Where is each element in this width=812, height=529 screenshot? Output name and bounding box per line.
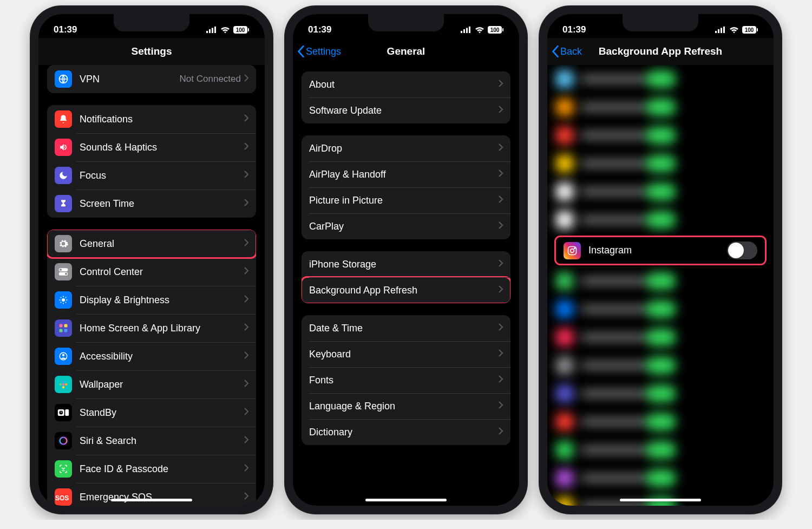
settings-row[interactable]: Control Center — [47, 258, 256, 286]
app-row-instagram[interactable]: Instagram — [556, 237, 765, 264]
nav-bar: Settings — [38, 38, 265, 65]
settings-row[interactable]: Date & Time — [302, 315, 510, 341]
settings-row[interactable]: Picture in Picture — [302, 187, 510, 213]
settings-row[interactable]: Software Update — [302, 97, 510, 123]
blurred-app-row — [556, 93, 765, 121]
settings-row[interactable]: Wallpaper — [47, 370, 256, 399]
svg-point-30 — [60, 383, 62, 386]
chevron-right-icon — [244, 380, 248, 389]
settings-row[interactable]: SOSEmergency SOS — [47, 483, 256, 506]
settings-row[interactable]: Display & Brightness — [47, 286, 256, 314]
chevron-right-icon — [244, 74, 248, 84]
settings-row[interactable]: Face ID & Passcode — [47, 455, 256, 483]
toggle-instagram[interactable] — [727, 241, 757, 259]
settings-row[interactable]: Screen Time — [47, 190, 256, 218]
row-label: Accessibility — [80, 351, 244, 362]
battery-icon: 100 — [742, 26, 758, 34]
svg-line-17 — [61, 297, 62, 298]
svg-rect-50 — [718, 29, 719, 33]
chevron-right-icon — [499, 221, 503, 231]
nav-bar: Settings General — [293, 38, 519, 65]
settings-row[interactable]: CarPlay — [302, 213, 510, 239]
chevron-right-icon — [244, 464, 248, 474]
bar-list[interactable]: Instagram — [547, 65, 774, 506]
settings-row[interactable]: Language & Region — [302, 393, 510, 419]
settings-row[interactable]: General — [47, 230, 256, 258]
settings-row[interactable]: Dictionary — [302, 419, 510, 445]
settings-row[interactable]: Notifications — [47, 105, 256, 133]
svg-point-9 — [60, 269, 62, 271]
speaker-icon — [55, 139, 72, 156]
svg-rect-43 — [463, 29, 465, 33]
chevron-right-icon — [244, 408, 248, 417]
blurred-app-row — [556, 149, 765, 178]
settings-row[interactable]: StandBy — [47, 399, 256, 427]
row-label: Background App Refresh — [309, 285, 499, 296]
back-button[interactable]: Settings — [297, 45, 341, 57]
row-label: VPN — [80, 74, 180, 85]
svg-rect-54 — [757, 28, 758, 31]
chevron-right-icon — [499, 401, 503, 411]
row-label: Dictionary — [309, 427, 499, 438]
row-label: Wallpaper — [80, 379, 244, 390]
apps-icon — [55, 319, 72, 337]
row-label: Sounds & Haptics — [80, 142, 244, 153]
settings-row[interactable]: iPhone Storage — [302, 251, 510, 277]
row-label: CarPlay — [309, 221, 499, 232]
svg-point-26 — [62, 354, 65, 357]
back-label: Back — [560, 46, 582, 57]
chevron-right-icon — [244, 295, 248, 305]
status-time: 01:39 — [54, 24, 77, 35]
row-label: Keyboard — [309, 349, 499, 360]
settings-row[interactable]: Home Screen & App Library — [47, 314, 256, 342]
settings-row[interactable]: About — [302, 71, 510, 97]
chevron-right-icon — [499, 285, 503, 295]
back-button[interactable]: Back — [552, 45, 582, 57]
cellular-icon — [206, 27, 217, 33]
notch — [623, 14, 698, 31]
wifi-icon — [475, 27, 484, 34]
general-list[interactable]: AboutSoftware Update AirDropAirPlay & Ha… — [293, 65, 519, 506]
row-label: AirPlay & Handoff — [309, 169, 499, 180]
chevron-right-icon — [244, 239, 248, 249]
chevron-right-icon — [499, 80, 503, 89]
settings-row[interactable]: Keyboard — [302, 341, 510, 367]
settings-row[interactable]: AirDrop — [302, 135, 510, 161]
chevron-right-icon — [499, 349, 503, 359]
settings-row[interactable]: Sounds & Haptics — [47, 133, 256, 161]
row-label: Fonts — [309, 375, 499, 386]
settings-row[interactable]: AirPlay & Handoff — [302, 161, 510, 187]
row-label: Face ID & Passcode — [80, 463, 244, 475]
settings-row[interactable]: Accessibility — [47, 342, 256, 370]
settings-list[interactable]: VPN Not Connected NotificationsSounds & … — [38, 65, 265, 506]
row-label: AirDrop — [309, 143, 499, 154]
settings-row[interactable]: Fonts — [302, 367, 510, 393]
svg-point-58 — [574, 247, 575, 249]
svg-rect-33 — [65, 409, 69, 416]
vpn-icon — [55, 70, 72, 88]
row-value: Not Connected — [180, 74, 241, 84]
row-label: Focus — [80, 170, 244, 181]
settings-row[interactable]: Focus — [47, 161, 256, 190]
svg-rect-0 — [206, 31, 208, 33]
blurred-app-row — [556, 380, 765, 408]
bell-icon — [55, 110, 72, 128]
home-indicator[interactable] — [111, 499, 192, 501]
settings-row[interactable]: Background App Refresh — [302, 277, 510, 303]
svg-rect-52 — [723, 27, 725, 33]
svg-line-20 — [66, 297, 67, 298]
wifi-icon — [220, 27, 230, 34]
home-indicator[interactable] — [365, 499, 447, 501]
home-indicator[interactable] — [620, 499, 701, 501]
flower-icon — [55, 376, 72, 393]
svg-point-39 — [62, 468, 62, 468]
settings-row[interactable]: Siri & Search — [47, 427, 256, 455]
chevron-right-icon — [499, 427, 503, 437]
svg-point-12 — [62, 298, 65, 302]
svg-rect-51 — [721, 28, 722, 34]
svg-point-31 — [65, 383, 68, 386]
svg-rect-47 — [502, 28, 503, 31]
settings-row-vpn[interactable]: VPN Not Connected — [47, 65, 256, 93]
chevron-right-icon — [499, 195, 503, 205]
svg-rect-24 — [64, 329, 68, 332]
